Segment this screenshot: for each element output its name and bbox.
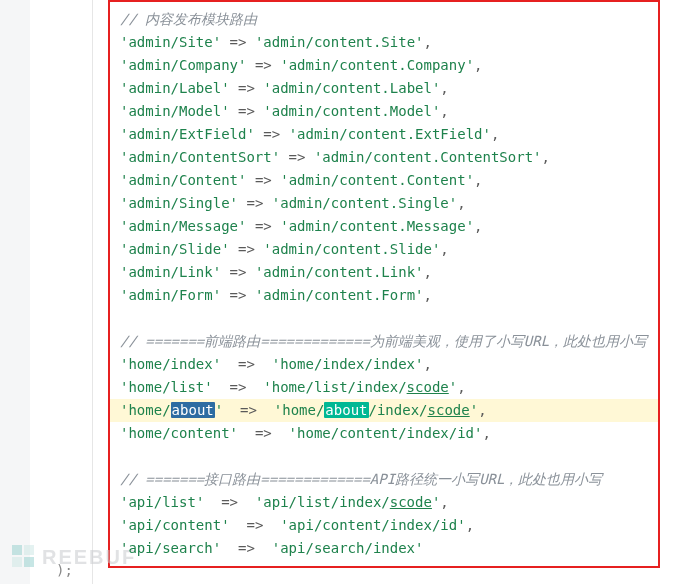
arrow: => bbox=[230, 264, 247, 280]
arrow: => bbox=[238, 103, 255, 119]
route-row: 'home/list' => 'home/list/index/scode', bbox=[120, 376, 648, 399]
route-key: admin/ContentSort bbox=[128, 149, 271, 165]
route-key: admin/Label bbox=[128, 80, 221, 96]
route-val: admin/content.Site bbox=[263, 34, 415, 50]
comment: // 内容发布模块路由 bbox=[120, 11, 257, 27]
route-row: 'admin/Slide' => 'admin/content.Slide', bbox=[120, 238, 648, 261]
route-row: 'api/list' => 'api/list/index/scode', bbox=[120, 491, 648, 514]
arrow: => bbox=[255, 425, 272, 441]
match-highlight-alt: about bbox=[324, 402, 368, 418]
route-val: admin/content.Company bbox=[289, 57, 466, 73]
arrow: => bbox=[263, 126, 280, 142]
comment-text: =======接口路由=============API路径统一小写URL，此处也… bbox=[137, 471, 603, 487]
svg-rect-0 bbox=[12, 545, 22, 555]
route-row: 'home/index' => 'home/index/index', bbox=[120, 353, 648, 376]
route-val: api/content/index/id bbox=[289, 517, 458, 533]
route-row: 'admin/Model' => 'admin/content.Model', bbox=[120, 100, 648, 123]
route-key: admin/Content bbox=[128, 172, 238, 188]
watermark-icon bbox=[10, 543, 36, 572]
route-row: 'admin/ContentSort' => 'admin/content.Co… bbox=[120, 146, 648, 169]
match-highlight: about bbox=[171, 402, 215, 418]
arrow: => bbox=[289, 149, 306, 165]
route-key: admin/Site bbox=[128, 34, 212, 50]
route-val: home/index/index bbox=[280, 356, 415, 372]
route-key: admin/Slide bbox=[128, 241, 221, 257]
route-key: admin/Message bbox=[128, 218, 238, 234]
arrow: => bbox=[238, 241, 255, 257]
route-tail: scode bbox=[390, 494, 432, 510]
route-key: admin/Company bbox=[128, 57, 238, 73]
route-row: 'home/content' => 'home/content/index/id… bbox=[120, 422, 648, 445]
comment: // =======前端路由=============为前端美观，使用了小写UR… bbox=[120, 333, 647, 349]
comment-text: 内容发布模块路由 bbox=[145, 11, 257, 27]
route-key: api/search bbox=[128, 540, 212, 556]
arrow: => bbox=[255, 57, 272, 73]
route-key: api/content bbox=[128, 517, 221, 533]
code-block-highlighted: // 内容发布模块路由 'admin/Site' => 'admin/conte… bbox=[108, 0, 660, 568]
route-row: 'admin/Single' => 'admin/content.Single'… bbox=[120, 192, 648, 215]
svg-rect-1 bbox=[24, 545, 34, 555]
route-key: api/list bbox=[128, 494, 195, 510]
route-val: admin/content.Link bbox=[263, 264, 415, 280]
route-key-prefix: home/ bbox=[128, 402, 170, 418]
route-row: 'admin/Label' => 'admin/content.Label', bbox=[120, 77, 648, 100]
route-row: 'admin/Site' => 'admin/content.Site', bbox=[120, 31, 648, 54]
route-key: admin/Form bbox=[128, 287, 212, 303]
route-row: 'admin/Link' => 'admin/content.Link', bbox=[120, 261, 648, 284]
route-val-mid: /index/ bbox=[369, 402, 428, 418]
arrow: => bbox=[238, 356, 255, 372]
route-row: 'admin/ExtField' => 'admin/content.ExtFi… bbox=[120, 123, 648, 146]
comment-text: =======前端路由=============为前端美观，使用了小写URL，此… bbox=[137, 333, 647, 349]
route-val: api/list/index/ bbox=[263, 494, 389, 510]
route-row: 'admin/Form' => 'admin/content.Form', bbox=[120, 284, 648, 307]
arrow: => bbox=[255, 172, 272, 188]
route-row: 'admin/Company' => 'admin/content.Compan… bbox=[120, 54, 648, 77]
comment: // =======接口路由=============API路径统一小写URL，… bbox=[120, 471, 602, 487]
editor-surface[interactable]: // 内容发布模块路由 'admin/Site' => 'admin/conte… bbox=[30, 0, 690, 584]
route-row: 'admin/Content' => 'admin/content.Conten… bbox=[120, 169, 648, 192]
route-row: 'admin/Message' => 'admin/content.Messag… bbox=[120, 215, 648, 238]
route-row-current: 'home/about' => 'home/about/index/scode'… bbox=[120, 399, 648, 422]
route-key: admin/Single bbox=[128, 195, 229, 211]
route-val: admin/content.Message bbox=[289, 218, 466, 234]
route-key: admin/ExtField bbox=[128, 126, 246, 142]
route-val: home/list/index/ bbox=[272, 379, 407, 395]
arrow: => bbox=[240, 402, 257, 418]
arrow: => bbox=[246, 195, 263, 211]
arrow: => bbox=[246, 517, 263, 533]
route-val-prefix: home/ bbox=[282, 402, 324, 418]
route-key: home/content bbox=[128, 425, 229, 441]
svg-rect-2 bbox=[12, 557, 22, 567]
route-key: admin/Link bbox=[128, 264, 212, 280]
watermark: REEBUF bbox=[10, 543, 136, 572]
route-val: admin/content.Single bbox=[280, 195, 449, 211]
route-key: home/list bbox=[128, 379, 204, 395]
arrow: => bbox=[238, 540, 255, 556]
route-key: home/index bbox=[128, 356, 212, 372]
route-tail: scode bbox=[407, 379, 449, 395]
route-val: admin/content.ContentSort bbox=[322, 149, 533, 165]
arrow: => bbox=[255, 218, 272, 234]
route-val: admin/content.ExtField bbox=[297, 126, 482, 142]
route-val: admin/content.Model bbox=[272, 103, 432, 119]
route-key: admin/Model bbox=[128, 103, 221, 119]
gutter bbox=[0, 0, 30, 584]
route-row: 'api/search' => 'api/search/index' bbox=[120, 537, 648, 560]
arrow: => bbox=[230, 287, 247, 303]
route-val: admin/content.Slide bbox=[272, 241, 432, 257]
arrow: => bbox=[238, 80, 255, 96]
arrow: => bbox=[230, 34, 247, 50]
route-val: admin/content.Form bbox=[263, 287, 415, 303]
indent-guide bbox=[92, 0, 93, 584]
svg-rect-3 bbox=[24, 557, 34, 567]
route-val: admin/content.Label bbox=[272, 80, 432, 96]
arrow: => bbox=[221, 494, 238, 510]
route-row: 'api/content' => 'api/content/index/id', bbox=[120, 514, 648, 537]
route-val: home/content/index/id bbox=[297, 425, 474, 441]
route-val: api/search/index bbox=[280, 540, 415, 556]
arrow: => bbox=[230, 379, 247, 395]
route-tail: scode bbox=[428, 402, 470, 418]
route-val: admin/content.Content bbox=[289, 172, 466, 188]
